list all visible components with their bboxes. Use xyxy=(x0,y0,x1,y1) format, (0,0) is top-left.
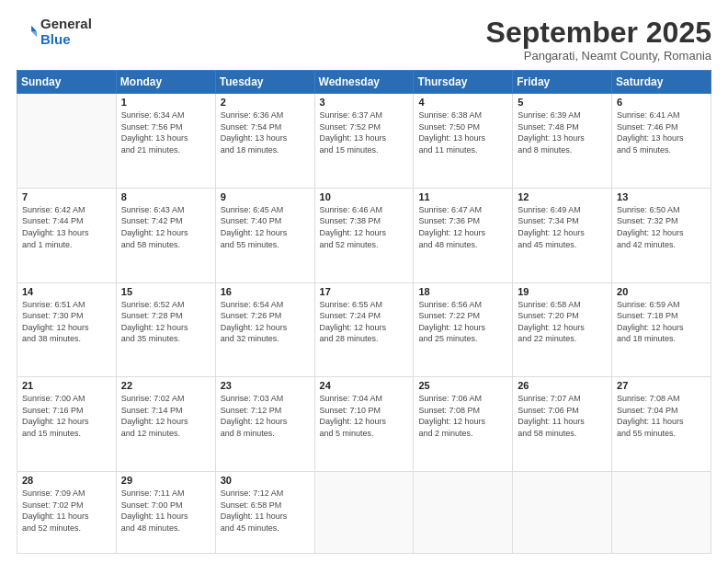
day-info: Sunrise: 6:36 AM Sunset: 7:54 PM Dayligh… xyxy=(221,109,310,155)
weekday-header-sunday: Sunday xyxy=(17,71,117,94)
svg-marker-0 xyxy=(31,25,37,31)
day-info: Sunrise: 7:04 AM Sunset: 7:10 PM Dayligh… xyxy=(320,393,409,439)
day-info: Sunrise: 6:37 AM Sunset: 7:52 PM Dayligh… xyxy=(320,109,409,155)
weekday-header-wednesday: Wednesday xyxy=(314,71,414,94)
day-info: Sunrise: 6:38 AM Sunset: 7:50 PM Dayligh… xyxy=(418,109,507,155)
weekday-header-tuesday: Tuesday xyxy=(215,71,314,94)
day-number: 14 xyxy=(22,286,111,297)
month-title: September 2025 xyxy=(486,17,711,49)
calendar-cell: 22Sunrise: 7:02 AM Sunset: 7:14 PM Dayli… xyxy=(116,377,215,472)
day-number: 13 xyxy=(617,191,706,202)
day-info: Sunrise: 6:59 AM Sunset: 7:18 PM Dayligh… xyxy=(617,299,706,345)
day-info: Sunrise: 7:02 AM Sunset: 7:14 PM Dayligh… xyxy=(121,393,210,439)
logo: General Blue xyxy=(17,17,92,47)
page: General Blue September 2025 Pangarati, N… xyxy=(0,0,728,563)
day-info: Sunrise: 7:00 AM Sunset: 7:16 PM Dayligh… xyxy=(22,393,111,439)
day-info: Sunrise: 6:52 AM Sunset: 7:28 PM Dayligh… xyxy=(121,299,210,345)
weekday-header-saturday: Saturday xyxy=(612,71,711,94)
calendar-cell xyxy=(414,471,513,553)
day-number: 8 xyxy=(121,191,210,202)
day-number: 18 xyxy=(418,286,507,297)
calendar-table: SundayMondayTuesdayWednesdayThursdayFrid… xyxy=(17,70,711,554)
day-number: 24 xyxy=(320,380,409,391)
day-number: 3 xyxy=(320,97,409,108)
calendar-cell: 12Sunrise: 6:49 AM Sunset: 7:34 PM Dayli… xyxy=(513,188,612,282)
day-number: 5 xyxy=(518,97,607,108)
day-info: Sunrise: 6:34 AM Sunset: 7:56 PM Dayligh… xyxy=(121,109,210,155)
calendar-cell: 21Sunrise: 7:00 AM Sunset: 7:16 PM Dayli… xyxy=(17,377,117,472)
day-number: 7 xyxy=(22,191,111,202)
calendar-cell: 17Sunrise: 6:55 AM Sunset: 7:24 PM Dayli… xyxy=(314,282,414,377)
day-number: 25 xyxy=(418,380,507,391)
header: General Blue September 2025 Pangarati, N… xyxy=(17,17,711,63)
calendar-cell: 3Sunrise: 6:37 AM Sunset: 7:52 PM Daylig… xyxy=(314,94,414,189)
day-info: Sunrise: 6:50 AM Sunset: 7:32 PM Dayligh… xyxy=(617,204,706,250)
calendar-cell: 24Sunrise: 7:04 AM Sunset: 7:10 PM Dayli… xyxy=(314,377,414,472)
logo-text: General Blue xyxy=(40,17,92,47)
day-info: Sunrise: 7:09 AM Sunset: 7:02 PM Dayligh… xyxy=(22,488,111,534)
calendar-cell: 11Sunrise: 6:47 AM Sunset: 7:36 PM Dayli… xyxy=(414,188,513,282)
calendar-cell: 27Sunrise: 7:08 AM Sunset: 7:04 PM Dayli… xyxy=(612,377,711,472)
calendar-cell: 9Sunrise: 6:45 AM Sunset: 7:40 PM Daylig… xyxy=(215,188,314,282)
calendar-cell xyxy=(612,471,711,553)
calendar-cell: 5Sunrise: 6:39 AM Sunset: 7:48 PM Daylig… xyxy=(513,94,612,189)
day-number: 2 xyxy=(221,97,310,108)
weekday-header-friday: Friday xyxy=(513,71,612,94)
day-number: 4 xyxy=(418,97,507,108)
day-info: Sunrise: 6:51 AM Sunset: 7:30 PM Dayligh… xyxy=(22,299,111,345)
calendar-cell xyxy=(513,471,612,553)
day-info: Sunrise: 6:49 AM Sunset: 7:34 PM Dayligh… xyxy=(518,204,607,250)
calendar-cell: 23Sunrise: 7:03 AM Sunset: 7:12 PM Dayli… xyxy=(215,377,314,472)
day-number: 16 xyxy=(221,286,310,297)
day-number: 20 xyxy=(617,286,706,297)
day-info: Sunrise: 7:11 AM Sunset: 7:00 PM Dayligh… xyxy=(121,488,210,534)
calendar-cell: 8Sunrise: 6:43 AM Sunset: 7:42 PM Daylig… xyxy=(116,188,215,282)
calendar-cell: 26Sunrise: 7:07 AM Sunset: 7:06 PM Dayli… xyxy=(513,377,612,472)
day-info: Sunrise: 7:06 AM Sunset: 7:08 PM Dayligh… xyxy=(418,393,507,439)
day-info: Sunrise: 6:58 AM Sunset: 7:20 PM Dayligh… xyxy=(518,299,607,345)
logo-icon xyxy=(17,22,37,42)
week-row-4: 21Sunrise: 7:00 AM Sunset: 7:16 PM Dayli… xyxy=(17,377,711,472)
day-number: 6 xyxy=(617,97,706,108)
title-block: September 2025 Pangarati, Neamt County, … xyxy=(486,17,711,63)
day-number: 12 xyxy=(518,191,607,202)
day-info: Sunrise: 7:03 AM Sunset: 7:12 PM Dayligh… xyxy=(221,393,310,439)
calendar-cell: 16Sunrise: 6:54 AM Sunset: 7:26 PM Dayli… xyxy=(215,282,314,377)
day-number: 26 xyxy=(518,380,607,391)
calendar-cell: 18Sunrise: 6:56 AM Sunset: 7:22 PM Dayli… xyxy=(414,282,513,377)
day-number: 29 xyxy=(121,475,210,486)
location: Pangarati, Neamt County, Romania xyxy=(486,49,711,63)
calendar-cell xyxy=(314,471,414,553)
day-info: Sunrise: 6:55 AM Sunset: 7:24 PM Dayligh… xyxy=(320,299,409,345)
day-info: Sunrise: 6:47 AM Sunset: 7:36 PM Dayligh… xyxy=(418,204,507,250)
calendar-cell xyxy=(17,94,117,189)
calendar-cell: 19Sunrise: 6:58 AM Sunset: 7:20 PM Dayli… xyxy=(513,282,612,377)
day-info: Sunrise: 6:43 AM Sunset: 7:42 PM Dayligh… xyxy=(121,204,210,250)
calendar-cell: 20Sunrise: 6:59 AM Sunset: 7:18 PM Dayli… xyxy=(612,282,711,377)
weekday-header-row: SundayMondayTuesdayWednesdayThursdayFrid… xyxy=(17,71,711,94)
calendar-cell: 1Sunrise: 6:34 AM Sunset: 7:56 PM Daylig… xyxy=(116,94,215,189)
calendar-cell: 29Sunrise: 7:11 AM Sunset: 7:00 PM Dayli… xyxy=(116,471,215,553)
day-number: 1 xyxy=(121,97,210,108)
day-info: Sunrise: 7:12 AM Sunset: 6:58 PM Dayligh… xyxy=(221,488,310,534)
day-info: Sunrise: 7:08 AM Sunset: 7:04 PM Dayligh… xyxy=(617,393,706,439)
day-info: Sunrise: 6:41 AM Sunset: 7:46 PM Dayligh… xyxy=(617,109,706,155)
calendar-cell: 13Sunrise: 6:50 AM Sunset: 7:32 PM Dayli… xyxy=(612,188,711,282)
day-number: 11 xyxy=(418,191,507,202)
day-number: 21 xyxy=(22,380,111,391)
week-row-2: 7Sunrise: 6:42 AM Sunset: 7:44 PM Daylig… xyxy=(17,188,711,282)
weekday-header-monday: Monday xyxy=(116,71,215,94)
calendar-cell: 6Sunrise: 6:41 AM Sunset: 7:46 PM Daylig… xyxy=(612,94,711,189)
day-number: 23 xyxy=(221,380,310,391)
calendar-cell: 30Sunrise: 7:12 AM Sunset: 6:58 PM Dayli… xyxy=(215,471,314,553)
day-info: Sunrise: 7:07 AM Sunset: 7:06 PM Dayligh… xyxy=(518,393,607,439)
logo-general: General xyxy=(40,17,92,32)
calendar-cell: 4Sunrise: 6:38 AM Sunset: 7:50 PM Daylig… xyxy=(414,94,513,189)
weekday-header-thursday: Thursday xyxy=(414,71,513,94)
day-info: Sunrise: 6:45 AM Sunset: 7:40 PM Dayligh… xyxy=(221,204,310,250)
day-info: Sunrise: 6:56 AM Sunset: 7:22 PM Dayligh… xyxy=(418,299,507,345)
day-number: 9 xyxy=(221,191,310,202)
calendar-cell: 10Sunrise: 6:46 AM Sunset: 7:38 PM Dayli… xyxy=(314,188,414,282)
week-row-1: 1Sunrise: 6:34 AM Sunset: 7:56 PM Daylig… xyxy=(17,94,711,189)
logo-blue: Blue xyxy=(40,32,92,48)
